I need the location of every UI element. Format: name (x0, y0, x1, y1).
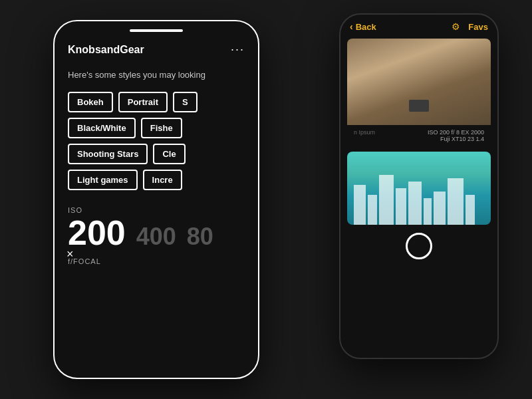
photo-card-landscape: n Ipsum ISO 200 f/ 8 EX 2000 Fuji XT10 2… (347, 39, 491, 146)
photo-iso-value: ISO 200 f/ 8 EX 2000 (428, 129, 484, 136)
scene: KnobsandGear ··· Here's some styles you … (0, 0, 532, 399)
photo-meta-row: n Ipsum ISO 200 f/ 8 EX 2000 Fuji XT10 2… (347, 125, 491, 146)
city-buildings (354, 175, 484, 225)
tags-row-4: Light games Incre (68, 170, 245, 190)
tags-row-2: Black/White Fishe (68, 118, 245, 138)
back-label: Back (356, 22, 376, 32)
tags-row-1: Bokeh Portrait S (68, 92, 245, 112)
tag-incre[interactable]: Incre (143, 170, 182, 190)
tag-fishe[interactable]: Fishe (141, 118, 182, 138)
tag-portrait[interactable]: Portrait (118, 92, 168, 112)
favs-button[interactable]: Favs (468, 22, 488, 32)
landscape-photo (347, 39, 491, 125)
subtitle-text: Here's some styles you may looking (68, 70, 245, 80)
app-header: KnobsandGear ··· (68, 43, 245, 57)
iso-main-value[interactable]: 200 (68, 215, 126, 250)
iso-values: 200 400 80 (68, 215, 245, 251)
tag-cle[interactable]: Cle (153, 144, 185, 164)
tags-row-3: Shooting Stars Cle (68, 144, 245, 164)
photo-lens-value: Fuji XT10 23 1.4 (428, 136, 484, 142)
photo-card-city (347, 152, 491, 225)
city-photo (347, 152, 491, 225)
tag-bw[interactable]: Black/White (68, 118, 136, 138)
iso-section: ISO 200 400 80 f/FOCAL (68, 206, 245, 265)
tag-shooting-stars[interactable]: Shooting Stars (68, 144, 148, 164)
tag-bokeh[interactable]: Bokeh (68, 92, 113, 112)
tag-s[interactable]: S (173, 92, 198, 112)
focal-label: f/FOCAL (68, 257, 245, 265)
iso-dim-80: 80 (187, 223, 213, 251)
gear-icon[interactable]: ⚙ (452, 21, 460, 32)
back-button[interactable]: ‹ Back (350, 21, 376, 32)
tag-light-games[interactable]: Light games (68, 170, 138, 190)
iso-dim-400: 400 (136, 223, 176, 251)
app-title: KnobsandGear (68, 44, 144, 56)
phone-right: ‹ Back ⚙ Favs n Ipsum ISO 200 f/ 8 EX 20… (339, 13, 499, 359)
photo-lorem-text: n Ipsum (354, 129, 375, 136)
phone-left: KnobsandGear ··· Here's some styles you … (53, 20, 259, 379)
top-bar: ‹ Back ⚙ Favs (340, 15, 497, 39)
chevron-left-icon: ‹ (350, 21, 353, 32)
photo-meta-block: ISO 200 f/ 8 EX 2000 Fuji XT10 23 1.4 (428, 129, 484, 142)
tags-grid: Bokeh Portrait S Black/White Fishe Shoot… (68, 92, 245, 190)
close-button[interactable]: × (66, 247, 74, 261)
more-dots-icon[interactable]: ··· (231, 43, 245, 57)
shutter-button[interactable] (406, 233, 432, 259)
